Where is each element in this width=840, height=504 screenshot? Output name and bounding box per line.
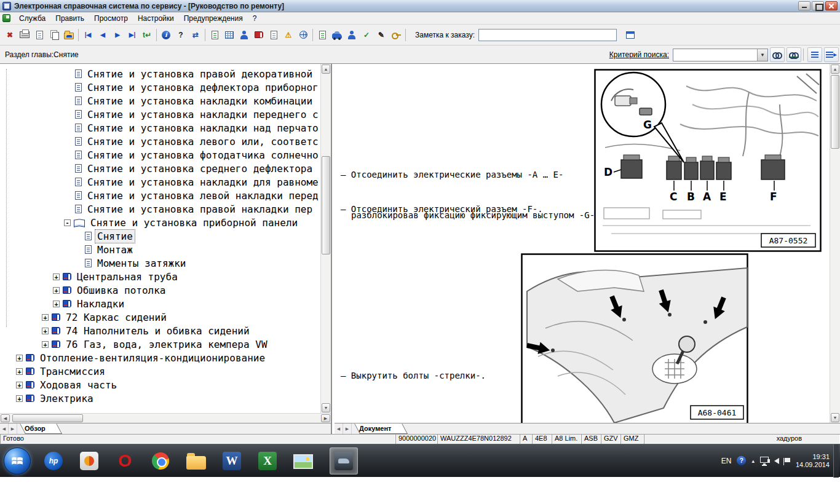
scroll-up-button[interactable]: ▲ [831, 65, 839, 74]
info-button[interactable]: i [159, 28, 173, 42]
search-next-button[interactable] [787, 47, 801, 62]
tree-item[interactable]: Снятие и установка левого или, соответс [0, 135, 320, 148]
search-criteria-input[interactable] [673, 49, 757, 61]
goto-result-button[interactable]: ▸ [824, 47, 839, 62]
taskbar-excel-icon[interactable]: X [253, 447, 282, 474]
print-button[interactable] [17, 28, 32, 42]
manual-button[interactable] [252, 28, 266, 42]
scroll-down-button[interactable]: ▼ [831, 413, 839, 422]
show-desktop-button[interactable] [833, 444, 839, 478]
nav-first-button[interactable]: |◀ [81, 28, 95, 42]
close-button[interactable] [825, 1, 838, 10]
tree-item[interactable]: +Накладки [0, 297, 320, 310]
child-window-icon[interactable] [2, 14, 10, 22]
tree-item[interactable]: +72 Каркас сидений [0, 310, 320, 324]
start-button[interactable] [4, 447, 31, 474]
user-access-button[interactable] [344, 28, 359, 42]
scroll-down-button[interactable]: ▼ [322, 403, 330, 412]
checklist-button[interactable]: ✓ [359, 28, 374, 42]
tree-item[interactable]: +74 Наполнитель и обивка сидений [0, 324, 320, 337]
results-list-button[interactable] [807, 47, 822, 62]
taskbar-hp-icon[interactable]: hp [39, 447, 68, 474]
tray-volume-icon[interactable] [774, 458, 779, 464]
tree-item[interactable]: +Ходовая часть [0, 378, 320, 392]
scrollbar-thumb[interactable] [322, 156, 330, 254]
expand-toggle[interactable]: + [42, 314, 49, 321]
green-doc-button[interactable] [315, 28, 330, 42]
taskbar-pictures-icon[interactable] [289, 447, 317, 474]
language-indicator[interactable]: EN [721, 457, 732, 465]
scroll-up-button[interactable]: ▲ [322, 65, 330, 74]
menu-settings[interactable]: Настройки [133, 13, 179, 24]
tree-item[interactable]: Снятие и установка накладки над перчато [0, 121, 320, 135]
tab-scroll-left-button[interactable]: ◀ [0, 423, 9, 434]
tree-item[interactable]: Снятие и установка накладки переднего с [0, 108, 320, 121]
key-button[interactable] [389, 28, 403, 42]
combo-dropdown-button[interactable]: ▼ [757, 49, 767, 61]
scrollbar-thumb[interactable] [12, 414, 83, 422]
menu-service[interactable]: Служба [14, 13, 50, 24]
menu-warnings[interactable]: Предупреждения [179, 13, 248, 24]
exit-button[interactable]: ✖ [2, 28, 17, 42]
properties-button[interactable] [623, 28, 638, 42]
taskbar-elsa-icon-active[interactable] [330, 447, 358, 474]
maximize-button[interactable] [812, 1, 824, 10]
tab-scroll-right-button[interactable]: ▶ [343, 423, 352, 434]
menu-help[interactable]: ? [248, 13, 262, 24]
help-button[interactable]: ? [173, 28, 188, 42]
expand-toggle[interactable]: + [42, 328, 49, 334]
nav-next-button[interactable]: ▶ [110, 28, 125, 42]
search-criteria-combo[interactable]: ▼ [673, 49, 768, 61]
tree-item[interactable]: Моменты затяжки [0, 256, 320, 270]
menu-edit[interactable]: Править [50, 13, 89, 24]
jump-back-button[interactable]: t↵ [140, 28, 154, 42]
taskbar-opera-icon[interactable]: O [111, 447, 139, 474]
tree-vertical-scrollbar[interactable]: ▲ ▼ [320, 64, 331, 413]
tree-item[interactable]: -Снятие и установка приборной панели [0, 216, 320, 229]
tab-document[interactable]: Документ [354, 423, 402, 434]
list-doc-button[interactable] [266, 28, 281, 42]
tree-item[interactable]: +Обшивка потолка [0, 283, 320, 297]
tree-item[interactable]: Монтаж [0, 243, 320, 256]
edit-query-button[interactable]: ✎ [374, 28, 389, 42]
vehicle-folder-button[interactable] [61, 28, 76, 42]
tray-flag-icon[interactable] [785, 458, 790, 462]
taskbar-word-icon[interactable]: W [218, 447, 246, 474]
expand-toggle[interactable]: + [53, 287, 60, 294]
tree-item[interactable]: +Отопление-вентиляция-кондиционирование [0, 351, 320, 364]
tray-clock[interactable]: 19:31 14.09.2014 [796, 453, 830, 469]
expand-toggle[interactable]: + [42, 341, 49, 348]
tree-item-selected[interactable]: Снятие [0, 229, 320, 243]
tree-item[interactable]: Снятие и установка накладки для равноме [0, 175, 320, 189]
expand-toggle[interactable]: + [53, 274, 60, 280]
tree-item[interactable]: Снятие и установка левой накладки перед [0, 189, 320, 202]
scroll-left-button[interactable]: ◀ [1, 414, 10, 422]
tree-item[interactable]: Снятие и установка дефлектора приборног [0, 81, 320, 94]
tree-item[interactable]: Снятие и установка правой декоративной [0, 67, 320, 81]
online-button[interactable] [296, 28, 311, 42]
new-document-button[interactable] [32, 28, 47, 42]
tab-scroll-left-button[interactable]: ◀ [335, 423, 343, 434]
tray-help-icon[interactable]: ? [737, 456, 746, 465]
document-vertical-scrollbar[interactable]: ▲ ▼ [830, 64, 840, 423]
nav-last-button[interactable]: ▶| [125, 28, 140, 42]
tree-item[interactable]: +Центральная труба [0, 270, 320, 283]
nav-prev-button[interactable]: ◀ [95, 28, 110, 42]
order-note-input[interactable] [478, 29, 617, 41]
copy-button[interactable] [47, 28, 61, 42]
tree-item[interactable]: Снятие и установка правой накладки пер [0, 202, 320, 216]
expand-toggle[interactable]: + [16, 395, 23, 402]
tab-overview[interactable]: Обзор [20, 423, 57, 434]
tree-item[interactable]: +76 Газ, вода, электрика кемпера VW [0, 337, 320, 351]
tree-item[interactable]: Снятие и установка среднего дефлектора [0, 162, 320, 175]
scrollbar-thumb[interactable] [831, 75, 839, 149]
tray-expand-icon[interactable]: ▴ [751, 458, 755, 464]
taskbar-app2-icon[interactable] [75, 447, 103, 474]
tree-item[interactable]: Снятие и установка фотодатчика солнечно [0, 148, 320, 162]
taskbar-chrome-icon[interactable] [146, 447, 175, 474]
customer-button[interactable] [237, 28, 252, 42]
taskbar-folder-icon[interactable] [182, 447, 210, 474]
search-button[interactable] [770, 47, 785, 62]
vehicle-button[interactable] [330, 28, 344, 42]
menu-view[interactable]: Просмотр [89, 13, 133, 24]
